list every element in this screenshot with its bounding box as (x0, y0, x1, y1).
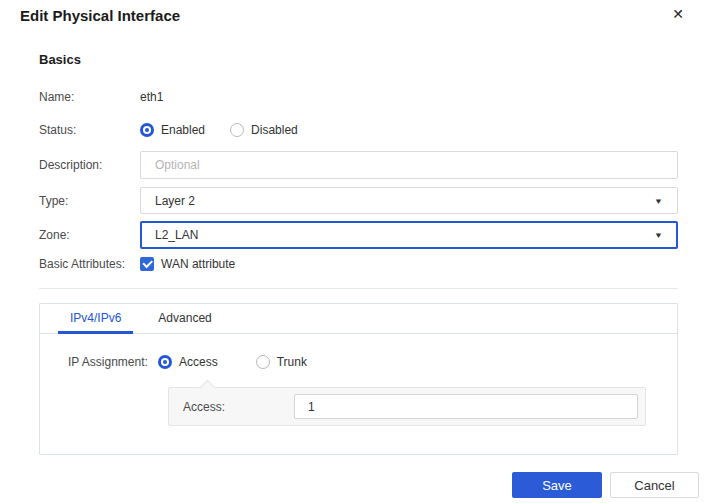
ip-assignment-option-access[interactable]: Access (158, 355, 218, 369)
name-row: Name: eth1 (39, 89, 678, 105)
status-option-disabled[interactable]: Disabled (230, 123, 298, 137)
access-label: Access: (183, 400, 294, 414)
zone-label: Zone: (39, 228, 140, 242)
caret-up-icon (200, 380, 216, 396)
type-select[interactable]: Layer 2 ▼ (140, 187, 678, 214)
basic-attributes-label: Basic Attributes: (39, 257, 140, 271)
close-icon[interactable]: ✕ (672, 6, 684, 22)
caret-down-icon: ▼ (654, 196, 663, 205)
dialog-title: Edit Physical Interface (20, 7, 180, 24)
checkbox-checked-icon (140, 257, 154, 271)
description-label: Description: (39, 158, 140, 172)
wan-attribute-checkbox[interactable]: WAN attribute (140, 257, 235, 271)
ip-assignment-option-trunk[interactable]: Trunk (256, 355, 307, 369)
basic-attributes-row: Basic Attributes: WAN attribute (39, 256, 678, 272)
status-option-label: Enabled (161, 123, 205, 137)
ip-assignment-row: IP Assignment: Access Trunk (68, 354, 677, 370)
status-option-label: Disabled (251, 123, 298, 137)
type-select-value: Layer 2 (155, 194, 195, 208)
description-input[interactable] (140, 151, 678, 179)
section-divider (39, 288, 678, 289)
type-row: Type: Layer 2 ▼ (39, 187, 678, 214)
save-button[interactable]: Save (512, 472, 602, 498)
tab-content: IP Assignment: Access Trunk Access: (40, 334, 677, 426)
description-row: Description: (39, 151, 678, 179)
type-label: Type: (39, 194, 140, 208)
access-input[interactable] (294, 394, 638, 419)
tab-ipv4-ipv6[interactable]: IPv4/IPv6 (58, 304, 133, 334)
caret-down-icon: ▼ (654, 231, 663, 240)
cancel-button[interactable]: Cancel (610, 472, 699, 498)
dialog-body: Basics Name: eth1 Status: Enabled Disabl… (39, 52, 678, 455)
dialog-header: Edit Physical Interface ✕ (0, 0, 706, 37)
ip-assignment-label: IP Assignment: (68, 355, 158, 369)
wan-attribute-label: WAN attribute (161, 257, 235, 271)
radio-checked-icon (140, 123, 154, 137)
zone-row: Zone: L2_LAN ▼ (39, 221, 678, 249)
ip-assignment-option-label: Access (179, 355, 218, 369)
name-value: eth1 (140, 90, 163, 104)
radio-unchecked-icon (256, 355, 270, 369)
zone-select[interactable]: L2_LAN ▼ (140, 221, 678, 249)
status-label: Status: (39, 123, 140, 137)
access-panel: Access: (168, 387, 646, 426)
zone-select-value: L2_LAN (155, 228, 198, 242)
status-option-enabled[interactable]: Enabled (140, 123, 205, 137)
dialog-footer: Save Cancel (512, 472, 699, 498)
tab-advanced[interactable]: Advanced (146, 304, 223, 334)
radio-checked-icon (158, 355, 172, 369)
name-label: Name: (39, 90, 140, 104)
status-row: Status: Enabled Disabled (39, 122, 678, 138)
section-title-basics: Basics (39, 52, 678, 68)
tab-header: IPv4/IPv6 Advanced (40, 304, 677, 334)
ip-assignment-option-label: Trunk (277, 355, 307, 369)
radio-unchecked-icon (230, 123, 244, 137)
tab-container: IPv4/IPv6 Advanced IP Assignment: Access… (39, 303, 678, 455)
